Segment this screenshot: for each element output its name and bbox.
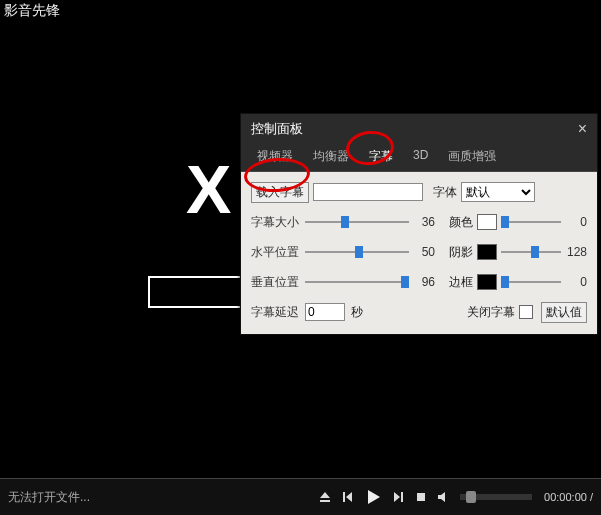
shadow-label: 阴影 [449,244,477,261]
close-subtitle-label: 关闭字幕 [467,304,515,321]
time-display: 00:00:00 / [544,491,593,503]
color-slider[interactable] [501,215,561,229]
color-value: 0 [561,215,587,229]
size-value: 36 [409,215,435,229]
close-icon[interactable]: × [578,120,587,138]
hpos-value: 50 [409,245,435,259]
border-value: 0 [561,275,587,289]
tab-enhance[interactable]: 画质增强 [438,142,506,171]
hpos-label: 水平位置 [251,244,305,261]
color-swatch[interactable] [477,214,497,230]
status-text: 无法打开文件... [8,489,90,506]
vpos-label: 垂直位置 [251,274,305,291]
prev-icon[interactable] [336,486,358,508]
volume-icon[interactable] [432,486,454,508]
control-panel: 控制面板 × 视频器 均衡器 字幕 3D 画质增强 载入字幕 字体 默认 字幕大… [240,113,598,335]
vpos-slider[interactable] [305,275,409,289]
tab-subtitle[interactable]: 字幕 [359,142,403,171]
size-label: 字幕大小 [251,214,305,231]
eject-icon[interactable] [314,486,336,508]
hpos-slider[interactable] [305,245,409,259]
load-subtitle-button[interactable]: 载入字幕 [251,182,309,203]
vpos-value: 96 [409,275,435,289]
tab-video[interactable]: 视频器 [247,142,303,171]
tab-equalizer[interactable]: 均衡器 [303,142,359,171]
shadow-slider[interactable] [501,245,561,259]
svg-rect-0 [417,493,425,501]
shadow-value: 128 [561,245,587,259]
tab-3d[interactable]: 3D [403,142,438,171]
panel-title: 控制面板 [251,120,303,138]
size-slider[interactable] [305,215,409,229]
default-button[interactable]: 默认值 [541,302,587,323]
color-label: 颜色 [449,214,477,231]
font-label: 字体 [433,184,457,201]
logo: X [186,150,229,228]
panel-body: 载入字幕 字体 默认 字幕大小 36 颜色 0 水平位置 [241,172,597,334]
shadow-swatch[interactable] [477,244,497,260]
delay-unit: 秒 [351,304,363,321]
subtitle-path-input[interactable] [313,183,423,201]
delay-label: 字幕延迟 [251,304,305,321]
close-subtitle-checkbox[interactable] [519,305,533,319]
delay-input[interactable] [305,303,345,321]
font-select[interactable]: 默认 [461,182,535,202]
play-icon[interactable] [358,486,388,508]
next-icon[interactable] [388,486,410,508]
border-slider[interactable] [501,275,561,289]
stop-icon[interactable] [410,486,432,508]
panel-tabs: 视频器 均衡器 字幕 3D 画质增强 [241,142,597,172]
bottom-bar: 无法打开文件... 00:00:00 / [0,479,601,515]
border-swatch[interactable] [477,274,497,290]
app-title: 影音先锋 [4,2,60,20]
border-label: 边框 [449,274,477,291]
volume-slider[interactable] [460,494,532,500]
